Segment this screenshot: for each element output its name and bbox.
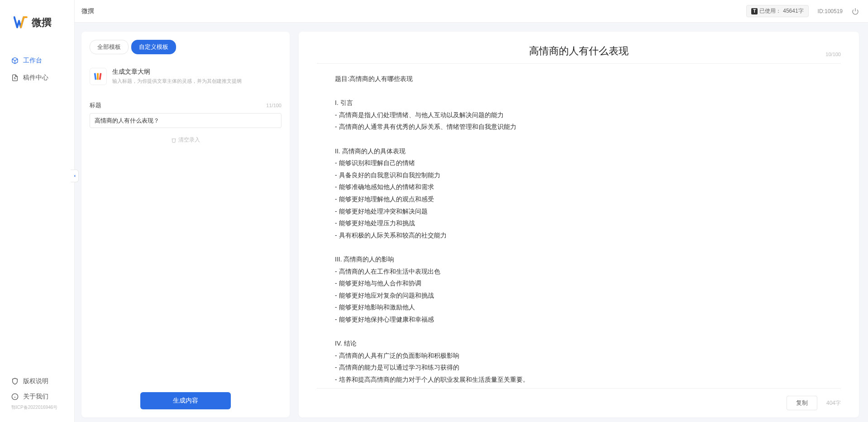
shield-icon bbox=[11, 378, 19, 385]
nav-about[interactable]: 关于我们 bbox=[0, 389, 74, 404]
sidebar: 微撰 工作台 稿件中心 版权说明 关于我们 鄂ICP备2022016946号 bbox=[0, 0, 75, 422]
logo-text: 微撰 bbox=[32, 16, 52, 29]
icp-text: 鄂ICP备2022016946号 bbox=[0, 404, 74, 415]
svg-rect-8 bbox=[97, 73, 99, 80]
template-desc: 输入标题，为你提供文章主体的灵感，并为其创建推文提纲 bbox=[112, 78, 242, 85]
sidebar-bottom: 版权说明 关于我们 鄂ICP备2022016946号 bbox=[0, 369, 74, 422]
logo[interactable]: 微撰 bbox=[0, 0, 74, 43]
output-title-count: 10/100 bbox=[825, 52, 841, 57]
tab-all-templates[interactable]: 全部模板 bbox=[90, 40, 129, 54]
output-title[interactable]: 高情商的人有什么表现 bbox=[335, 44, 823, 58]
nav-label: 稿件中心 bbox=[23, 74, 48, 82]
clear-label: 清空录入 bbox=[178, 136, 200, 144]
generate-footer: 生成内容 bbox=[81, 384, 290, 417]
books-icon bbox=[93, 71, 103, 81]
template-tabs: 全部模板 自定义模板 bbox=[81, 32, 290, 54]
template-card: 生成文章大纲 输入标题，为你提供文章主体的灵感，并为其创建推文提纲 bbox=[81, 60, 290, 93]
info-icon bbox=[11, 393, 19, 400]
chevron-left-icon bbox=[72, 174, 77, 178]
nav-label: 版权说明 bbox=[23, 377, 48, 385]
generate-button[interactable]: 生成内容 bbox=[140, 392, 231, 409]
template-title: 生成文章大纲 bbox=[112, 68, 242, 76]
word-count: 404字 bbox=[826, 399, 841, 407]
copy-button[interactable]: 复制 bbox=[787, 396, 817, 410]
topbar-title: 微撰 bbox=[81, 7, 94, 15]
nav-label: 工作台 bbox=[23, 57, 42, 65]
output-body[interactable]: 题目:高情商的人有哪些表现 I. 引言 - 高情商是指人们处理情绪、与他人互动以… bbox=[317, 64, 841, 388]
clear-input-button[interactable]: 清空录入 bbox=[90, 136, 281, 144]
form-section: 标题 11/100 清空录入 bbox=[81, 93, 290, 384]
usage-badge: T 已使用： 45641字 bbox=[746, 5, 808, 17]
user-id: ID:100519 bbox=[818, 8, 843, 14]
cube-icon bbox=[11, 57, 19, 64]
power-icon[interactable] bbox=[852, 8, 859, 15]
usage-value: 45641字 bbox=[783, 7, 803, 15]
nav-workspace[interactable]: 工作台 bbox=[0, 52, 74, 69]
nav: 工作台 稿件中心 bbox=[0, 43, 74, 369]
topbar: 微撰 T 已使用： 45641字 ID:100519 bbox=[0, 0, 868, 23]
title-field-header: 标题 11/100 bbox=[90, 101, 281, 109]
text-icon: T bbox=[751, 8, 758, 14]
title-input[interactable] bbox=[90, 113, 281, 128]
doc-icon bbox=[11, 74, 19, 81]
sidebar-collapse-button[interactable] bbox=[71, 170, 79, 182]
title-char-count: 11/100 bbox=[266, 103, 281, 108]
tab-custom-templates[interactable]: 自定义模板 bbox=[131, 40, 176, 54]
svg-rect-9 bbox=[99, 73, 102, 80]
svg-rect-7 bbox=[94, 73, 97, 80]
nav-copyright[interactable]: 版权说明 bbox=[0, 374, 74, 389]
output-footer: 复制 404字 bbox=[317, 388, 841, 417]
main: 全部模板 自定义模板 生成文章大纲 输入标题，为你提供文章主体的灵感，并为其创建… bbox=[81, 32, 859, 417]
topbar-right: T 已使用： 45641字 ID:100519 bbox=[746, 5, 859, 17]
template-icon bbox=[90, 68, 107, 85]
nav-drafts[interactable]: 稿件中心 bbox=[0, 69, 74, 86]
input-panel: 全部模板 自定义模板 生成文章大纲 输入标题，为你提供文章主体的灵感，并为其创建… bbox=[81, 32, 290, 417]
logo-icon bbox=[14, 16, 28, 29]
nav-label: 关于我们 bbox=[23, 393, 48, 401]
trash-icon bbox=[171, 138, 176, 143]
usage-label: 已使用： bbox=[759, 7, 781, 15]
output-panel: 高情商的人有什么表现 10/100 题目:高情商的人有哪些表现 I. 引言 - … bbox=[299, 32, 859, 417]
output-header: 高情商的人有什么表现 10/100 bbox=[317, 32, 841, 64]
template-info: 生成文章大纲 输入标题，为你提供文章主体的灵感，并为其创建推文提纲 bbox=[112, 68, 242, 85]
title-label: 标题 bbox=[90, 101, 101, 109]
